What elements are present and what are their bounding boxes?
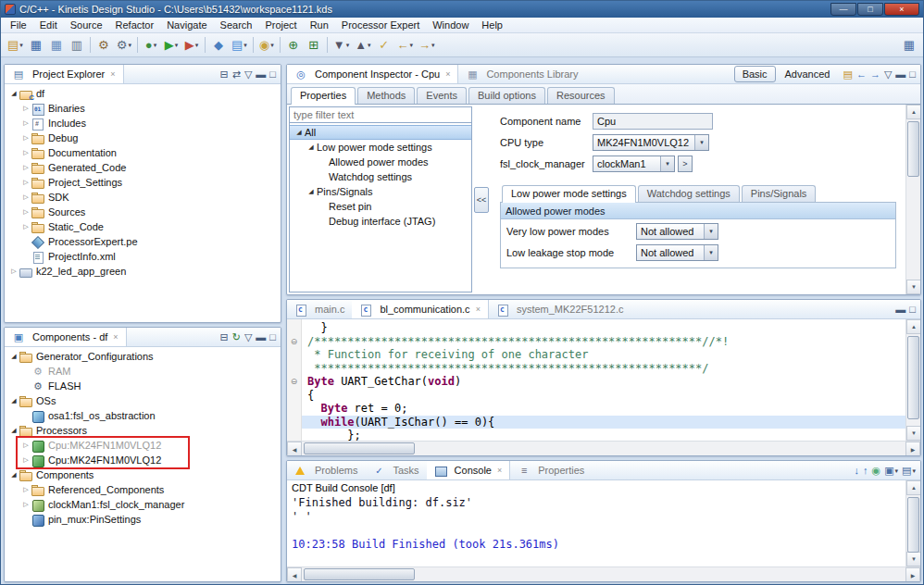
- setting-item-debug-interface-jtag[interactable]: Debug interface (JTAG): [290, 214, 471, 229]
- setting-item-reset-pin[interactable]: Reset pin: [290, 199, 471, 214]
- scroll-right-button[interactable]: ▶: [905, 442, 920, 456]
- project-item-project-settings[interactable]: ▷Project_Settings: [5, 175, 281, 190]
- scrollbar-thumb[interactable]: [304, 568, 415, 580]
- setting-item-all[interactable]: ◢All: [290, 125, 471, 140]
- scrollbar-thumb[interactable]: [907, 121, 919, 177]
- component-item-cpu-mk24fn1m0vlq12[interactable]: ▷Cpu:MK24FN1M0VLQ12: [5, 453, 281, 467]
- console-tab-problems[interactable]: Problems: [287, 461, 365, 479]
- setting-item-allowed-power-modes[interactable]: Allowed power modes: [290, 155, 471, 169]
- collapsed-arrow-icon[interactable]: ▷: [20, 223, 31, 230]
- close-icon[interactable]: ×: [476, 305, 481, 314]
- horizontal-scrollbar[interactable]: ◀▶: [287, 566, 920, 581]
- collapsed-arrow-icon[interactable]: ▷: [20, 501, 31, 508]
- project-item-includes[interactable]: ▷Includes: [5, 116, 281, 131]
- collapsed-arrow-icon[interactable]: ▷: [20, 134, 31, 142]
- scroll-up-button[interactable]: ▲: [906, 480, 920, 495]
- expanded-arrow-icon[interactable]: ◢: [8, 427, 19, 434]
- scrollbar-thumb[interactable]: [304, 442, 415, 454]
- scroll-down-button[interactable]: ▼: [906, 280, 920, 294]
- view-menu-button[interactable]: ▽: [244, 332, 252, 342]
- project-item-documentation[interactable]: ▷Documentation: [5, 145, 281, 160]
- project-item-k22-led-app-green[interactable]: ▷k22_led_app_green: [5, 264, 281, 279]
- component-item-referenced-components[interactable]: ▷Referenced_Components: [5, 482, 281, 497]
- collapsed-arrow-icon[interactable]: ▷: [20, 105, 31, 112]
- expanded-arrow-icon[interactable]: ◢: [8, 397, 19, 405]
- dropdown-arrow-icon[interactable]: ▾: [660, 156, 674, 171]
- scrollbar-track[interactable]: [906, 119, 920, 280]
- pe-components-button[interactable]: ⊞: [305, 35, 323, 56]
- project-item-binaries[interactable]: ▷Binaries: [5, 101, 281, 116]
- close-icon[interactable]: ×: [497, 466, 502, 475]
- new-cpp-class-button[interactable]: ◆: [209, 35, 228, 56]
- minimize-button[interactable]: ▬: [256, 332, 266, 342]
- component-item-osa1-fsl-os-abstraction[interactable]: osa1:fsl_os_abstraction: [5, 408, 281, 423]
- horizontal-scrollbar[interactable]: ◀▶: [287, 441, 920, 455]
- new-wizard-button[interactable]: ▤: [843, 69, 852, 80]
- collapsed-arrow-icon[interactable]: ▷: [8, 268, 19, 275]
- expanded-arrow-icon[interactable]: ◢: [8, 90, 19, 97]
- tab-resources[interactable]: Resources: [547, 87, 615, 104]
- collapsed-arrow-icon[interactable]: ▷: [20, 193, 31, 201]
- low-leakage-stop-mode-combo[interactable]: Not allowed▾: [636, 244, 718, 261]
- print-button[interactable]: ▥: [68, 35, 86, 56]
- scroll-down-button[interactable]: ▼: [906, 426, 920, 441]
- project-item-static-code[interactable]: ▷Static_Code: [5, 219, 281, 234]
- new-button[interactable]: ▤▾: [6, 35, 25, 56]
- menu-project[interactable]: Project: [258, 19, 303, 31]
- code-generation-button[interactable]: ↻: [232, 332, 241, 342]
- scroll-down-button[interactable]: ▼: [906, 552, 920, 566]
- console-output[interactable]: CDT Build Console [df] 'Finished buildin…: [287, 480, 905, 566]
- save-button[interactable]: ▦: [27, 35, 45, 56]
- project-item-generated-code[interactable]: ▷Generated_Code: [5, 160, 281, 175]
- subtab-low-power-mode-settings[interactable]: Low power mode settings: [502, 185, 636, 203]
- collapsed-arrow-icon[interactable]: ▷: [20, 164, 31, 171]
- component-item-flash[interactable]: FLASH: [5, 379, 281, 393]
- collapsed-arrow-icon[interactable]: ▷: [20, 119, 31, 127]
- scrollbar-track[interactable]: [906, 495, 920, 552]
- dropdown-arrow-icon[interactable]: ▾: [694, 135, 708, 150]
- pin-console-button[interactable]: ◉: [872, 466, 881, 476]
- component-item-cpu-mk24fn1m0vlq12[interactable]: ▷Cpu:MK24FN1M0VLQ12: [5, 438, 281, 453]
- component-item-oss[interactable]: ◢OSs: [5, 393, 281, 408]
- editor-tab-main-c[interactable]: main.c: [287, 300, 352, 318]
- maximize-button[interactable]: □: [269, 69, 276, 80]
- scrollbar-thumb[interactable]: [907, 497, 919, 553]
- scroll-up-button[interactable]: ▲: [906, 105, 920, 119]
- search-button[interactable]: ◉▾: [257, 35, 276, 56]
- scroll-left-button[interactable]: ◀: [287, 442, 302, 456]
- collapsed-arrow-icon[interactable]: ▷: [20, 208, 31, 216]
- maximize-window-button[interactable]: □: [857, 3, 883, 16]
- console-tab-tasks[interactable]: Tasks: [365, 461, 426, 479]
- project-item-df[interactable]: ◢df: [5, 86, 281, 101]
- open-console-button[interactable]: ▤▾: [902, 466, 916, 476]
- menu-processor-expert[interactable]: Processor Expert: [335, 19, 426, 31]
- run-button[interactable]: ▶▾: [162, 35, 181, 56]
- collapsed-arrow-icon[interactable]: ▷: [20, 456, 31, 464]
- fsl-clock-manager-combo[interactable]: clockMan1▾: [593, 156, 675, 172]
- dropdown-arrow-icon[interactable]: ▾: [704, 245, 718, 260]
- inspector-tab-components-library[interactable]: Components Library: [458, 65, 585, 83]
- project-item-sources[interactable]: ▷Sources: [5, 205, 281, 219]
- view-menu-button[interactable]: ▽: [884, 69, 892, 80]
- new-c-file-button[interactable]: ▤▾: [230, 35, 249, 56]
- inspector-tab-component-inspector-cpu[interactable]: Component Inspector - Cpu×: [287, 65, 458, 83]
- tab-build-options[interactable]: Build options: [468, 87, 545, 104]
- subtab-watchdog-settings[interactable]: Watchdog settings: [638, 185, 740, 202]
- build-button[interactable]: ⚙: [94, 35, 113, 56]
- collapse-all-button[interactable]: ⊟: [219, 69, 228, 80]
- forward-button[interactable]: →▾: [417, 35, 437, 56]
- very-low-power-modes-combo[interactable]: Not allowed▾: [636, 223, 718, 240]
- component-item-clockman1-fsl-clock-manager[interactable]: ▷clockMan1:fsl_clock_manager: [5, 497, 281, 512]
- close-icon[interactable]: ×: [113, 332, 118, 342]
- scroll-to-top-button[interactable]: ↑: [863, 466, 868, 476]
- editor-tab-system-mk22f51212-c[interactable]: system_MK22F51212.c: [489, 300, 631, 318]
- minimize-window-button[interactable]: —: [830, 3, 856, 16]
- forward-button[interactable]: →: [870, 69, 880, 80]
- last-edit-location-button[interactable]: ✓: [375, 35, 393, 56]
- setting-item-watchdog-settings[interactable]: Watchdog settings: [290, 169, 471, 184]
- project-item-processorexpert-pe[interactable]: ProcessorExpert.pe: [5, 234, 281, 249]
- subtab-pins-signals[interactable]: Pins/Signals: [742, 185, 817, 202]
- editor-tab-bl-communication-c[interactable]: bl_communication.c×: [352, 300, 488, 318]
- display-selected-console-button[interactable]: ▣▾: [884, 466, 898, 476]
- maximize-button[interactable]: □: [909, 69, 916, 80]
